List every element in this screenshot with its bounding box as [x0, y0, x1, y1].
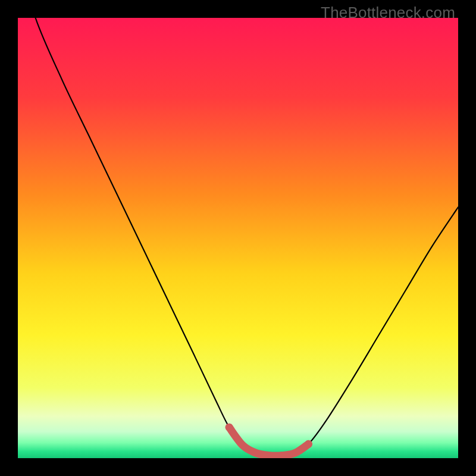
plot-area	[18, 18, 458, 458]
bottleneck-curve-svg	[18, 18, 458, 458]
bottleneck-curve	[18, 18, 458, 456]
optimal-range-end-dot	[305, 440, 312, 448]
optimal-range-start-dot	[226, 424, 233, 431]
optimal-range-marker	[229, 427, 308, 456]
chart-frame: TheBottleneck.com	[0, 0, 476, 476]
